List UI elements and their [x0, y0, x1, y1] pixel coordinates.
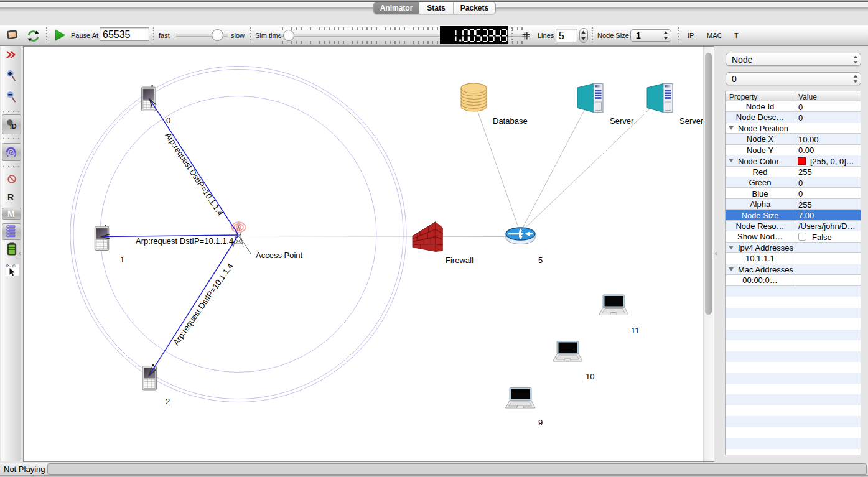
svg-text:Access Point: Access Point — [256, 251, 303, 260]
svg-text:10: 10 — [586, 372, 594, 381]
svg-text:2: 2 — [166, 397, 170, 406]
svg-text:1: 1 — [120, 255, 124, 264]
svg-text:Arp:request DstIP=10.1.1.4: Arp:request DstIP=10.1.1.4 — [163, 131, 225, 217]
svg-text:11: 11 — [631, 326, 640, 335]
svg-text:5: 5 — [538, 256, 543, 265]
svg-text:Firewall: Firewall — [446, 256, 474, 265]
svg-text:Database: Database — [493, 116, 528, 126]
svg-text:ID: ID — [10, 123, 17, 130]
svg-text:9: 9 — [538, 418, 543, 427]
svg-text:Arp:request DstIP=10.1.1.4: Arp:request DstIP=10.1.1.4 — [171, 261, 235, 346]
svg-text:Server: Server — [679, 116, 703, 126]
svg-text:Arp:request DstIP=10.1.1.4: Arp:request DstIP=10.1.1.4 — [136, 236, 233, 246]
svg-text:0: 0 — [166, 116, 170, 125]
svg-text:Server: Server — [610, 116, 634, 126]
